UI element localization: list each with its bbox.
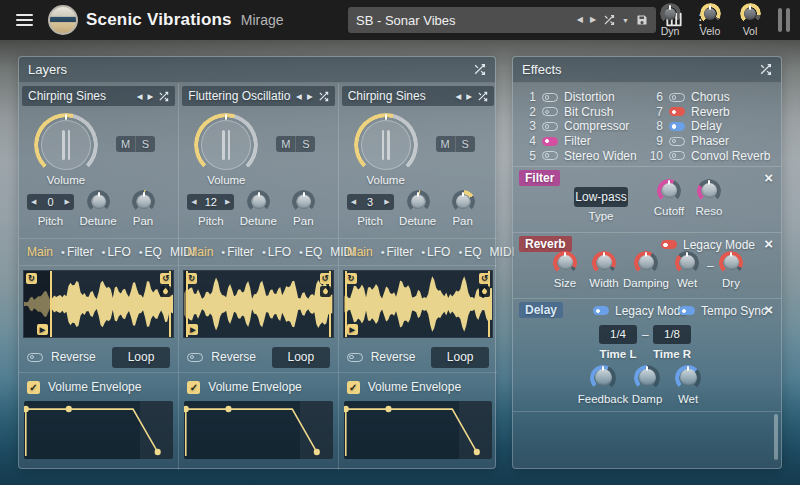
solo-button[interactable]: S bbox=[296, 136, 315, 152]
time-l-value[interactable]: 1/4 bbox=[599, 325, 637, 344]
filter-close-icon[interactable]: × bbox=[764, 169, 773, 187]
preset-selector[interactable]: SB - Sonar Vibes ◀ ▶ ▼ bbox=[348, 7, 656, 33]
pitch-decrement-icon[interactable]: ◀ bbox=[31, 198, 36, 206]
detune-knob[interactable] bbox=[87, 190, 110, 213]
layer-next-icon[interactable]: ▶ bbox=[307, 92, 313, 101]
effect-enable-toggle[interactable] bbox=[669, 137, 685, 146]
pitch-stepper[interactable]: ◀ 3 ▶ bbox=[347, 194, 394, 210]
effect-enable-toggle[interactable] bbox=[669, 107, 685, 116]
snap-end-icon[interactable]: ↺ bbox=[479, 273, 490, 284]
fade-icon[interactable] bbox=[479, 286, 490, 297]
waveform-display[interactable]: ↻ ▶ ↺ bbox=[343, 270, 493, 338]
volume-knob[interactable] bbox=[34, 113, 98, 177]
feedback-knob[interactable] bbox=[590, 365, 616, 391]
waveform-display[interactable]: ↻ ▶ ↺ bbox=[183, 270, 333, 338]
detune-knob[interactable] bbox=[247, 190, 270, 213]
tab-eq[interactable]: EQ bbox=[139, 245, 162, 259]
reverse-toggle[interactable] bbox=[187, 353, 203, 362]
pitch-decrement-icon[interactable]: ◀ bbox=[191, 198, 196, 206]
volume-knob[interactable] bbox=[194, 113, 258, 177]
pan-knob[interactable] bbox=[292, 190, 315, 213]
tab-eq[interactable]: EQ bbox=[458, 245, 481, 259]
effect-slot-name[interactable]: Delay bbox=[691, 119, 722, 133]
volume-knob[interactable] bbox=[354, 113, 418, 177]
reverb-close-icon[interactable]: × bbox=[764, 235, 773, 253]
snap-start-icon[interactable]: ↻ bbox=[186, 273, 197, 284]
pitch-decrement-icon[interactable]: ◀ bbox=[351, 198, 356, 206]
damp-knob[interactable] bbox=[634, 365, 660, 391]
solo-button[interactable]: S bbox=[136, 136, 155, 152]
preset-prev-icon[interactable]: ◀ bbox=[577, 16, 583, 24]
tab-main[interactable]: Main bbox=[187, 245, 213, 259]
detune-knob[interactable] bbox=[407, 190, 430, 213]
layer-next-icon[interactable]: ▶ bbox=[148, 92, 154, 101]
layer-random-icon[interactable] bbox=[318, 91, 329, 102]
fade-icon[interactable] bbox=[320, 286, 331, 297]
waveform-display[interactable]: ↻ ▶ ↺ bbox=[23, 270, 174, 338]
filter-type-select[interactable]: Low-pass bbox=[574, 187, 628, 207]
damping-knob[interactable] bbox=[634, 251, 658, 275]
preset-random-icon[interactable] bbox=[603, 14, 615, 26]
vol-knob[interactable] bbox=[740, 3, 761, 24]
reverse-toggle[interactable] bbox=[347, 353, 363, 362]
reverb-legacy-toggle[interactable] bbox=[661, 240, 677, 249]
loop-mode-button[interactable]: Loop bbox=[431, 347, 489, 368]
velo-knob[interactable] bbox=[700, 3, 721, 24]
tab-main[interactable]: Main bbox=[347, 245, 373, 259]
effect-slot-name[interactable]: Convol Reverb bbox=[691, 149, 770, 163]
layer-prev-icon[interactable]: ◀ bbox=[455, 92, 461, 101]
pan-knob[interactable] bbox=[132, 190, 155, 213]
pitch-increment-icon[interactable]: ▶ bbox=[65, 198, 70, 206]
preset-name[interactable]: SB - Sonar Vibes bbox=[356, 13, 570, 28]
effect-slot-name[interactable]: Distortion bbox=[564, 90, 615, 104]
mute-button[interactable]: M bbox=[436, 136, 456, 152]
effect-enable-toggle[interactable] bbox=[669, 122, 685, 131]
tab-filter[interactable]: Filter bbox=[61, 245, 94, 259]
time-r-value[interactable]: 1/8 bbox=[653, 325, 691, 344]
loop-mode-button[interactable]: Loop bbox=[272, 347, 330, 368]
delay-wet-knob[interactable] bbox=[675, 365, 701, 391]
tab-filter[interactable]: Filter bbox=[381, 245, 414, 259]
envelope-graph[interactable] bbox=[344, 401, 492, 459]
effects-scrollbar[interactable] bbox=[774, 414, 778, 460]
snap-end-icon[interactable]: ↺ bbox=[160, 273, 171, 284]
dyn-knob[interactable] bbox=[660, 3, 681, 24]
delay-legacy-toggle[interactable] bbox=[593, 306, 609, 315]
preset-next-icon[interactable]: ▶ bbox=[590, 16, 596, 24]
effect-slot-name[interactable]: Compressor bbox=[564, 119, 629, 133]
pitch-increment-icon[interactable]: ▶ bbox=[384, 198, 389, 206]
layers-random-icon[interactable] bbox=[473, 63, 486, 76]
layer-name[interactable]: Chirping Sines bbox=[28, 89, 132, 103]
preset-dropdown-icon[interactable]: ▼ bbox=[622, 17, 629, 24]
tab-filter[interactable]: Filter bbox=[221, 245, 254, 259]
effect-enable-toggle[interactable] bbox=[542, 107, 558, 116]
fade-icon[interactable] bbox=[160, 286, 171, 297]
effect-slot-name[interactable]: Reverb bbox=[691, 105, 730, 119]
size-knob[interactable] bbox=[553, 251, 577, 275]
layer-prev-icon[interactable]: ◀ bbox=[137, 92, 143, 101]
mute-button[interactable]: M bbox=[116, 136, 136, 152]
tab-lfo[interactable]: LFO bbox=[421, 245, 450, 259]
tab-lfo[interactable]: LFO bbox=[102, 245, 131, 259]
width-knob[interactable] bbox=[592, 251, 616, 275]
tab-main[interactable]: Main bbox=[27, 245, 53, 259]
tab-lfo[interactable]: LFO bbox=[262, 245, 291, 259]
effects-random-icon[interactable] bbox=[759, 63, 772, 76]
effect-slot-name[interactable]: Phaser bbox=[691, 134, 729, 148]
sample-start-marker[interactable] bbox=[50, 271, 52, 337]
snap-start-icon[interactable]: ↻ bbox=[346, 273, 357, 284]
envelope-graph[interactable] bbox=[24, 401, 173, 459]
play-marker-icon[interactable]: ▶ bbox=[347, 324, 358, 335]
resize-handle[interactable] bbox=[778, 8, 790, 32]
layer-random-icon[interactable] bbox=[158, 91, 169, 102]
mute-button[interactable]: M bbox=[276, 136, 296, 152]
snap-start-icon[interactable]: ↻ bbox=[26, 273, 37, 284]
dry-knob[interactable] bbox=[719, 251, 743, 275]
cutoff-knob[interactable] bbox=[657, 179, 681, 203]
effect-enable-toggle[interactable] bbox=[542, 151, 558, 160]
pitch-stepper[interactable]: ◀ 0 ▶ bbox=[27, 194, 74, 210]
layer-random-icon[interactable] bbox=[477, 91, 488, 102]
tab-eq[interactable]: EQ bbox=[299, 245, 322, 259]
effect-slot-name[interactable]: Chorus bbox=[691, 90, 730, 104]
pitch-stepper[interactable]: ◀ 12 ▶ bbox=[187, 194, 234, 210]
